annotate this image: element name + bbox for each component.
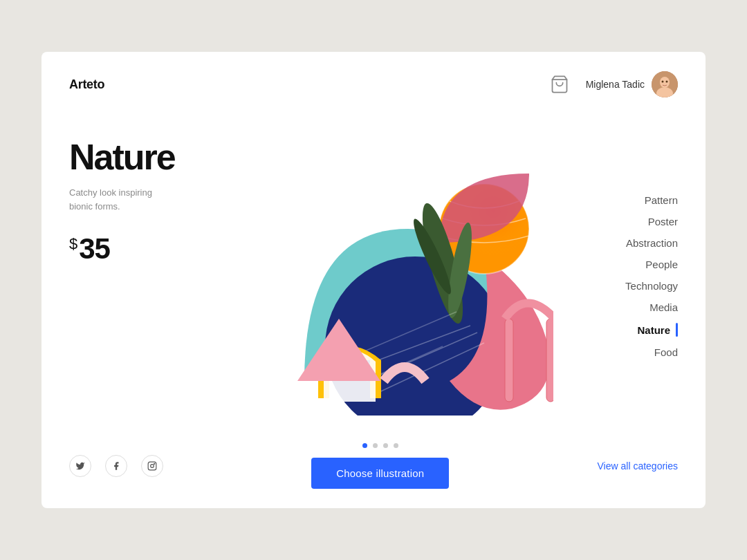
logo: Arteto — [69, 77, 104, 92]
price-symbol: $ — [69, 235, 77, 253]
illustration-svg — [221, 118, 553, 416]
view-all-link[interactable]: View all categories — [598, 460, 678, 472]
header-right: Miglena Tadic — [550, 71, 678, 97]
main-card: Arteto Miglena Tadic — [42, 52, 706, 508]
nav-item-technology[interactable]: Technology — [625, 280, 678, 292]
nav-item-food[interactable]: Food — [654, 346, 678, 358]
right-panel: Pattern Poster Abstraction People Techno… — [581, 97, 706, 429]
footer: Choose illustration View all categories — [42, 429, 706, 508]
dot-3[interactable] — [383, 443, 388, 448]
nav-item-poster[interactable]: Poster — [648, 216, 678, 227]
svg-rect-23 — [148, 462, 156, 470]
social-icons — [69, 455, 163, 477]
nav-item-nature[interactable]: Nature — [637, 323, 678, 337]
nav-item-pattern[interactable]: Pattern — [645, 194, 678, 206]
cart-icon[interactable] — [550, 75, 569, 94]
svg-rect-13 — [505, 319, 513, 402]
dot-2[interactable] — [373, 443, 378, 448]
twitter-icon[interactable] — [69, 455, 91, 477]
instagram-icon[interactable] — [141, 455, 163, 477]
dot-4[interactable] — [394, 443, 398, 448]
dot-1[interactable] — [362, 443, 367, 448]
main-content: Nature Catchy look inspiringbionic forms… — [42, 97, 706, 429]
nav-item-abstraction[interactable]: Abstraction — [626, 237, 678, 249]
svg-point-25 — [154, 463, 155, 464]
price-amount: 35 — [79, 232, 110, 265]
svg-point-24 — [151, 465, 154, 468]
facebook-icon[interactable] — [105, 455, 127, 477]
nav-active-bar — [676, 323, 678, 337]
svg-rect-14 — [546, 319, 553, 402]
nav-item-media[interactable]: Media — [649, 301, 678, 313]
carousel-dots — [362, 443, 398, 448]
avatar[interactable] — [652, 71, 678, 97]
svg-point-5 — [666, 81, 668, 83]
svg-point-2 — [660, 77, 670, 88]
illustration-desc: Catchy look inspiringbionic forms. — [69, 186, 166, 213]
svg-point-4 — [662, 81, 664, 83]
footer-center: Choose illustration — [311, 443, 449, 489]
header: Arteto Miglena Tadic — [42, 52, 706, 97]
left-panel: Nature Catchy look inspiringbionic forms… — [42, 97, 194, 429]
price: $ 35 — [69, 232, 166, 265]
user-name: Miglena Tadic — [586, 79, 645, 90]
nav-list: Pattern Poster Abstraction People Techno… — [625, 194, 678, 358]
illustration-title: Nature — [69, 139, 166, 175]
user-info: Miglena Tadic — [586, 71, 678, 97]
nav-item-people[interactable]: People — [645, 259, 678, 270]
illustration-area — [194, 97, 581, 429]
choose-illustration-button[interactable]: Choose illustration — [311, 458, 449, 489]
